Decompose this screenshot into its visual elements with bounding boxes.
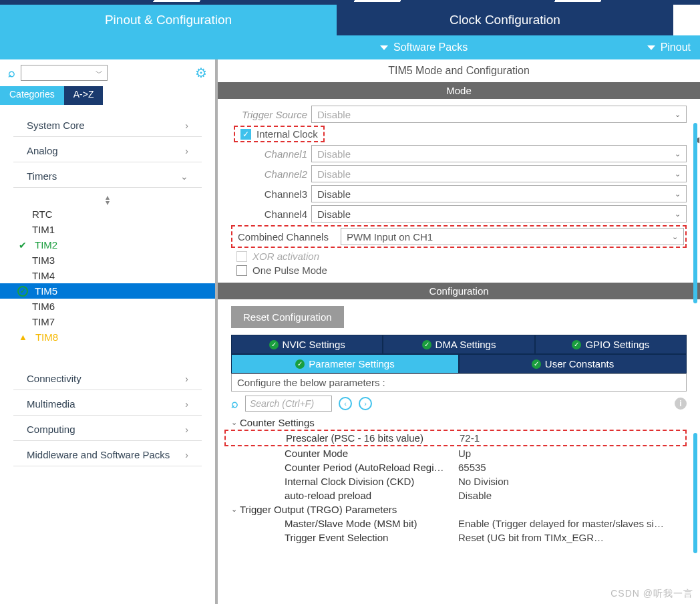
parameter-tree: ⌄Counter Settings Prescaler (PSC - 16 bi…: [231, 416, 687, 545]
sort-handle[interactable]: ▴▾: [0, 193, 215, 206]
next-result-button[interactable]: ›: [359, 397, 372, 410]
one-pulse-row: One Pulse Mode: [231, 265, 687, 276]
info-icon[interactable]: i: [675, 398, 687, 410]
tab-user-constants[interactable]: ✓User Constants: [459, 354, 687, 373]
prescaler-highlight: Prescaler (PSC - 16 bits value)72-1: [224, 430, 687, 446]
chevron-down-icon: ⌄: [675, 210, 681, 218]
timer-tim7[interactable]: TIM7: [0, 314, 215, 329]
tab-gpio-settings[interactable]: ✓GPIO Settings: [535, 335, 687, 354]
trgo-group[interactable]: ⌄Trigger Output (TRGO) Parameters: [231, 502, 687, 516]
channel1-label: Channel1: [231, 148, 311, 160]
left-panel: ⌕ ﹀ ⚙ Categories A->Z System Core› Analo…: [0, 59, 218, 604]
chevron-down-icon: ⌄: [231, 505, 237, 514]
check-circle-icon: ✓: [17, 286, 28, 297]
chevron-down-icon: ⌄: [675, 170, 681, 178]
channel2-row: Channel2 Disable⌄: [231, 165, 687, 182]
channel3-select[interactable]: Disable⌄: [311, 185, 687, 202]
channel2-select[interactable]: Disable⌄: [311, 165, 687, 182]
chevron-down-icon: ﹀: [96, 68, 103, 78]
param-search-input[interactable]: Search (Ctrl+F): [245, 396, 332, 412]
chevron-down-icon: ⌄: [675, 190, 681, 198]
software-packs-dropdown[interactable]: Software Packs: [371, 41, 477, 53]
tab-clock-configuration[interactable]: Clock Configuration: [337, 5, 673, 35]
search-icon: ⌕: [231, 397, 238, 411]
category-system-core[interactable]: System Core›: [13, 114, 202, 137]
internal-clock-checkbox[interactable]: ✓: [240, 129, 251, 140]
check-icon: ✓: [532, 359, 541, 369]
timer-rtc[interactable]: RTC: [0, 206, 215, 222]
tab-nvic-settings[interactable]: ✓NVIC Settings: [231, 335, 383, 354]
chevron-down-icon: ⌄: [675, 110, 681, 119]
channel3-label: Channel3: [231, 188, 311, 200]
trigger-source-row: Trigger Source Disable⌄: [231, 106, 687, 123]
xor-label: XOR activation: [252, 251, 319, 262]
gear-icon[interactable]: ⚙: [195, 65, 207, 81]
combined-channels-label: Combined Channels: [234, 231, 341, 243]
panel-title: TIM5 Mode and Configuration: [218, 59, 700, 82]
main-tabs: Pinout & Configuration Clock Configurati…: [0, 2, 700, 35]
tab-pinout-configuration[interactable]: Pinout & Configuration: [0, 5, 337, 35]
category-computing[interactable]: Computing›: [13, 418, 202, 441]
channel1-row: Channel1 Disable⌄: [231, 145, 687, 162]
mode-section-header: Mode: [218, 82, 700, 99]
chevron-down-icon: ⌄: [180, 171, 188, 182]
config-section-header: Configuration: [218, 283, 700, 299]
prev-result-button[interactable]: ‹: [339, 397, 352, 410]
scrollbar[interactable]: [693, 433, 697, 553]
tes-row[interactable]: Trigger Event SelectionReset (UG bit fro…: [231, 531, 687, 545]
pinout-dropdown[interactable]: Pinout: [638, 41, 700, 53]
category-connectivity[interactable]: Connectivity›: [13, 367, 202, 390]
sub-toolbar: Software Packs Pinout: [0, 35, 700, 59]
msm-row[interactable]: Master/Slave Mode (MSM bit)Enable (Trigg…: [231, 516, 687, 531]
scrollbar[interactable]: [693, 123, 697, 303]
trigger-source-select[interactable]: Disable⌄: [311, 106, 687, 123]
chevron-down-icon: ⌄: [231, 418, 237, 427]
one-pulse-label: One Pulse Mode: [252, 265, 327, 276]
xor-checkbox: [236, 251, 247, 262]
chevron-down-icon: [647, 45, 655, 50]
config-area: Reset Configuration ✓NVIC Settings ✓DMA …: [218, 299, 700, 604]
counter-mode-row[interactable]: Counter ModeUp: [231, 446, 687, 460]
timers-list: ▴▾ RTC TIM1 TIM2 TIM3 TIM4 ✓TIM5 TIM6 TI…: [0, 190, 215, 347]
mode-area: Trigger Source Disable⌄ ✓ Internal Clock…: [218, 99, 700, 283]
timer-tim5[interactable]: ✓TIM5: [0, 283, 215, 299]
combined-channels-select[interactable]: PWM Input on CH1⌄: [341, 228, 684, 245]
tab-a-to-z[interactable]: A->Z: [64, 86, 104, 105]
preload-row[interactable]: auto-reload preloadDisable: [231, 488, 687, 502]
reset-configuration-button[interactable]: Reset Configuration: [231, 306, 344, 328]
internal-clock-label: Internal Clock: [256, 128, 318, 140]
timer-tim3[interactable]: TIM3: [0, 253, 215, 268]
one-pulse-checkbox[interactable]: [236, 265, 247, 276]
combined-channels-highlight: Combined Channels PWM Input on CH1⌄: [231, 225, 687, 248]
counter-period-row[interactable]: Counter Period (AutoReload Regi…65535: [231, 460, 687, 474]
config-tabs: ✓NVIC Settings ✓DMA Settings ✓GPIO Setti…: [231, 335, 687, 373]
tab-categories[interactable]: Categories: [0, 86, 64, 105]
timer-tim1[interactable]: TIM1: [0, 222, 215, 237]
chevron-down-icon: ⌄: [672, 233, 678, 241]
channel4-label: Channel4: [231, 208, 311, 220]
chevron-right-icon: ›: [185, 120, 188, 131]
timer-tim6[interactable]: TIM6: [0, 299, 215, 314]
category-multimedia[interactable]: Multimedia›: [13, 393, 202, 416]
category-analog[interactable]: Analog›: [13, 140, 202, 162]
prescaler-row[interactable]: Prescaler (PSC - 16 bits value)72-1: [232, 431, 685, 445]
counter-settings-group[interactable]: ⌄Counter Settings: [231, 416, 687, 430]
check-icon: ✓: [422, 340, 431, 349]
tab-dma-settings[interactable]: ✓DMA Settings: [383, 335, 534, 354]
category-list: System Core› Analog› Timers⌄ ▴▾ RTC TIM1…: [0, 105, 215, 476]
ckd-row[interactable]: Internal Clock Division (CKD)No Division: [231, 474, 687, 488]
timer-tim4[interactable]: TIM4: [0, 268, 215, 283]
tab-parameter-settings[interactable]: ✓Parameter Settings: [231, 354, 459, 373]
category-timers[interactable]: Timers⌄: [13, 165, 202, 188]
check-icon: ✓: [295, 359, 305, 369]
category-middleware[interactable]: Middleware and Software Packs›: [13, 444, 202, 466]
peripheral-search-combo[interactable]: ﹀: [21, 65, 108, 81]
internal-clock-row: ✓ Internal Clock: [231, 126, 687, 142]
channel1-select[interactable]: Disable⌄: [311, 145, 687, 162]
timer-tim2[interactable]: TIM2: [0, 237, 215, 253]
param-search-row: ⌕ Search (Ctrl+F) ‹ › i: [231, 392, 687, 416]
channel4-select[interactable]: Disable⌄: [311, 205, 687, 222]
configure-label: Configure the below parameters :: [231, 373, 687, 392]
timer-tim8[interactable]: TIM8: [0, 329, 215, 345]
watermark: CSDN @听我一言: [610, 588, 693, 600]
